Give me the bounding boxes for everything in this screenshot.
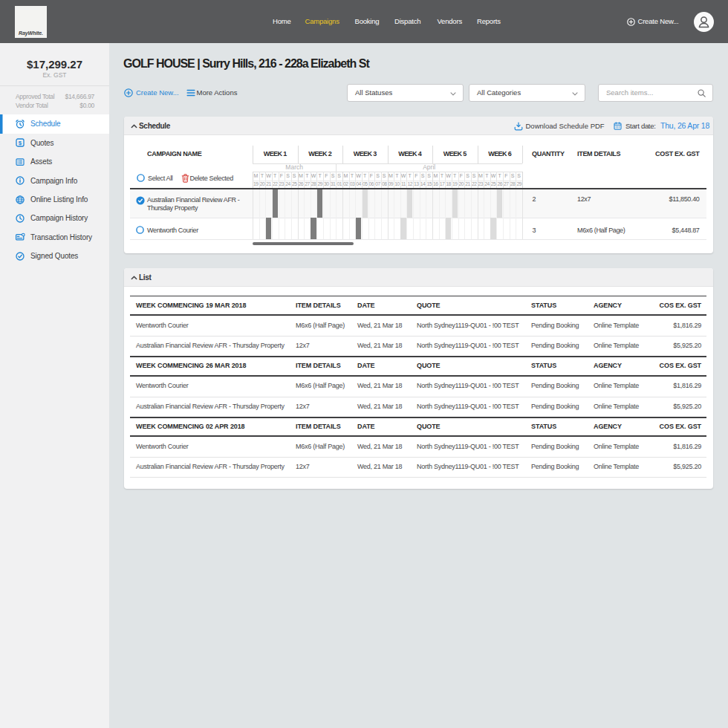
svg-text:$: $ (19, 140, 22, 146)
